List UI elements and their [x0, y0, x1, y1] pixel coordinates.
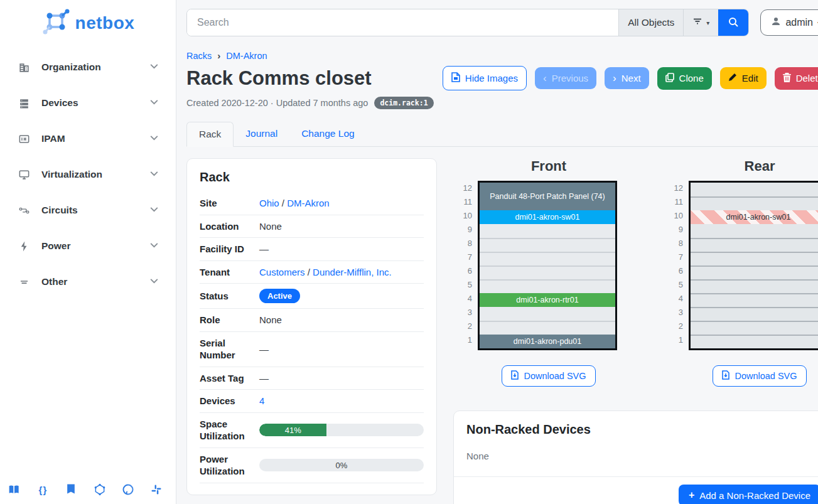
rear-elevation: Rear 1211 109 87 65 43 21 — [668, 158, 818, 387]
sidebar-item-power[interactable]: Power — [0, 237, 176, 255]
rear-unit-u7[interactable] — [691, 252, 818, 265]
power-utilization-bar: 0% — [259, 459, 424, 471]
slack-icon[interactable] — [149, 483, 163, 496]
sidebar-item-other[interactable]: Other — [0, 272, 176, 291]
field-asset-tag: Asset Tag — — [200, 367, 424, 390]
header-actions: Hide Images ‹ Previous › Next Clone Edit — [443, 66, 818, 90]
front-unit-numbers: 1211 109 87 65 43 21 — [457, 181, 472, 350]
tenant-group-link[interactable]: Customers — [259, 267, 305, 277]
organization-icon — [18, 61, 30, 73]
chevron-right-icon: › — [613, 73, 616, 83]
tab-rack[interactable]: Rack — [186, 122, 234, 147]
site-group-link[interactable]: Ohio — [259, 198, 279, 208]
rear-unit-u4[interactable] — [691, 293, 818, 307]
rear-unit-u12[interactable] — [691, 183, 818, 196]
clone-icon — [665, 73, 674, 84]
field-site: Site Ohio / DM-Akron — [200, 192, 424, 215]
space-utilization-bar: 41% — [259, 424, 424, 436]
tenant-link[interactable]: Dunder-Mifflin, Inc. — [313, 267, 392, 277]
device-sw01-front[interactable]: dmi01-akron-sw01 — [480, 210, 615, 224]
delete-button[interactable]: Delete — [775, 67, 818, 90]
filter-button[interactable]: ▾ — [683, 9, 718, 36]
rack-panel-title: Rack — [200, 170, 424, 185]
netbox-app: netbox Organization Devices IPAM Virtual… — [0, 0, 818, 504]
docs-book-icon[interactable] — [8, 483, 21, 496]
devices-count-link[interactable]: 4 — [259, 395, 264, 406]
github-icon[interactable] — [121, 483, 135, 496]
field-location: Location None — [200, 215, 424, 239]
add-non-racked-device-button[interactable]: + Add a Non-Racked Device — [679, 485, 818, 504]
tab-journal[interactable]: Journal — [234, 122, 289, 147]
search-input[interactable] — [187, 9, 618, 36]
edit-button[interactable]: Edit — [720, 67, 767, 89]
rear-unit-u5[interactable] — [691, 279, 818, 293]
rear-unit-u6[interactable] — [691, 265, 818, 279]
image-file-icon — [451, 72, 460, 84]
sidebar-item-devices[interactable]: Devices — [0, 94, 176, 112]
status-badge: Active — [259, 289, 300, 303]
rack-slot-empty-u6[interactable] — [480, 265, 615, 279]
rack-details-panel: Rack Site Ohio / DM-Akron Location None — [186, 158, 437, 495]
rack-slot-empty-u5[interactable] — [480, 279, 615, 293]
netbox-logo-icon — [41, 9, 70, 38]
site-link[interactable]: DM-Akron — [287, 198, 330, 208]
device-patch-panel[interactable]: Panduit 48-Port Patch Panel (74) — [480, 183, 615, 210]
breadcrumb-link-racks[interactable]: Racks — [186, 51, 212, 61]
object-id-badge: dcim.rack:1 — [374, 97, 433, 109]
sidebar-nav: Organization Devices IPAM Virtualization — [0, 58, 176, 291]
breadcrumb-link-dm-akron[interactable]: DM-Akron — [226, 51, 267, 61]
user-icon — [771, 16, 781, 29]
sidebar: netbox Organization Devices IPAM Virtual… — [0, 0, 176, 504]
previous-button[interactable]: ‹ Previous — [535, 67, 596, 89]
graphql-icon[interactable] — [93, 483, 107, 496]
sidebar-item-organization[interactable]: Organization — [0, 58, 176, 77]
sidebar-item-ipam[interactable]: IPAM — [0, 129, 176, 148]
page-title: Rack Comms closet — [186, 67, 372, 90]
code-braces-icon[interactable]: { } — [36, 483, 50, 496]
field-role: Role None — [200, 309, 424, 332]
search-button[interactable] — [718, 9, 748, 36]
chevron-down-icon — [149, 240, 159, 253]
chevron-down-icon — [149, 276, 159, 289]
non-racked-devices-empty: None — [466, 444, 818, 473]
device-pdu01[interactable]: dmi01-akron-pdu01 — [480, 335, 615, 348]
field-tenant: Tenant Customers / Dunder-Mifflin, Inc. — [200, 261, 424, 284]
rear-unit-u2[interactable] — [691, 321, 818, 335]
object-type-button[interactable]: All Objects — [618, 9, 683, 36]
global-search: All Objects ▾ — [186, 9, 749, 36]
rear-unit-u8[interactable] — [691, 238, 818, 252]
sidebar-item-virtualization[interactable]: Virtualization — [0, 165, 176, 184]
tab-change-log[interactable]: Change Log — [289, 122, 366, 147]
device-sw01-rear[interactable]: dmi01-akron-sw01 — [691, 210, 818, 224]
sidebar-item-circuits[interactable]: Circuits — [0, 201, 176, 220]
rear-unit-u9[interactable] — [691, 224, 818, 238]
rear-elevation-title: Rear — [668, 158, 818, 174]
rack-slot-empty-u2[interactable] — [480, 321, 615, 335]
rack-slot-empty-u3[interactable] — [480, 307, 615, 321]
breadcrumb-separator-icon: › — [217, 50, 220, 61]
rear-unit-u3[interactable] — [691, 307, 818, 321]
download-svg-front-button[interactable]: Download SVG — [502, 365, 595, 387]
field-power-utilization: Power Utilization 0% — [200, 448, 424, 483]
download-svg-rear-button[interactable]: Download SVG — [713, 365, 806, 387]
chevron-down-icon — [149, 97, 159, 110]
rear-unit-u11[interactable] — [691, 196, 818, 210]
breadcrumb: Racks › DM-Akron — [186, 50, 818, 61]
power-icon — [18, 240, 30, 252]
user-menu-button[interactable]: admin ▾ — [760, 9, 818, 36]
reading-book-icon[interactable] — [64, 483, 78, 496]
netbox-logo[interactable]: netbox — [0, 0, 176, 41]
hide-images-button[interactable]: Hide Images — [443, 66, 527, 90]
rear-unit-u1[interactable] — [691, 335, 818, 348]
ipam-icon — [18, 132, 30, 145]
clone-button[interactable]: Clone — [657, 67, 712, 90]
pencil-icon — [728, 73, 737, 83]
field-space-utilization: Space Utilization 41% — [200, 413, 424, 448]
rack-slot-empty-u8[interactable] — [480, 238, 615, 252]
rack-slot-empty-u7[interactable] — [480, 252, 615, 265]
next-button[interactable]: › Next — [605, 67, 649, 89]
trash-icon — [783, 73, 791, 84]
rack-slot-empty-u9[interactable] — [480, 224, 615, 238]
non-racked-devices-panel: Non-Racked Devices None + Add a Non-Rack… — [453, 410, 818, 504]
device-rtr01[interactable]: dmi01-akron-rtr01 — [480, 293, 615, 307]
